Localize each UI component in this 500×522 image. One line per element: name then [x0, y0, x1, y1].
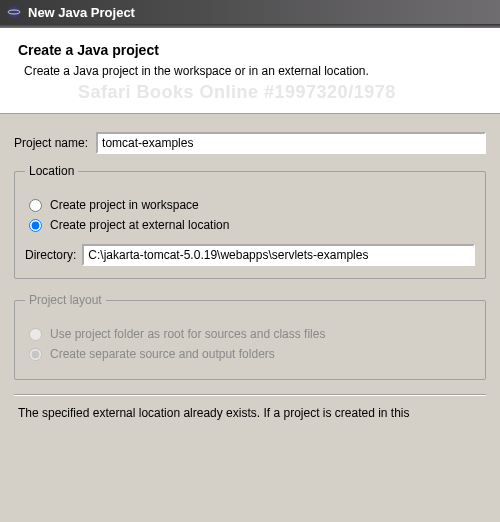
radio-external[interactable]: Create project at external location: [29, 218, 475, 232]
directory-row: Directory:: [25, 244, 475, 266]
titlebar: New Java Project: [0, 0, 500, 24]
radio-root: Use project folder as root for sources a…: [29, 327, 475, 341]
radio-workspace-input[interactable]: [29, 199, 42, 212]
svg-point-0: [8, 6, 20, 18]
eclipse-icon: [6, 4, 22, 20]
project-name-row: Project name:: [14, 132, 486, 154]
watermark-text: Safari Books Online #1997320/1978: [18, 82, 482, 103]
radio-root-input: [29, 328, 42, 341]
radio-root-label: Use project folder as root for sources a…: [50, 327, 325, 341]
separator: [14, 394, 486, 396]
radio-separate-input: [29, 348, 42, 361]
radio-separate: Create separate source and output folder…: [29, 347, 475, 361]
radio-separate-label: Create separate source and output folder…: [50, 347, 275, 361]
project-name-input[interactable]: [96, 132, 486, 154]
radio-external-input[interactable]: [29, 219, 42, 232]
layout-group: Project layout Use project folder as roo…: [14, 293, 486, 380]
dialog-body: Project name: Location Create project in…: [0, 114, 500, 428]
directory-label: Directory:: [25, 248, 76, 262]
radio-external-label: Create project at external location: [50, 218, 229, 232]
page-title: Create a Java project: [18, 42, 482, 58]
footer-note: The specified external location already …: [14, 406, 486, 420]
radio-workspace-label: Create project in workspace: [50, 198, 199, 212]
titlebar-title: New Java Project: [28, 5, 135, 20]
banner: Create a Java project Create a Java proj…: [0, 28, 500, 114]
directory-input[interactable]: [82, 244, 475, 266]
location-group: Location Create project in workspace Cre…: [14, 164, 486, 279]
page-description: Create a Java project in the workspace o…: [18, 64, 482, 78]
project-name-label: Project name:: [14, 136, 88, 150]
location-legend: Location: [25, 164, 78, 178]
radio-workspace[interactable]: Create project in workspace: [29, 198, 475, 212]
layout-legend: Project layout: [25, 293, 106, 307]
